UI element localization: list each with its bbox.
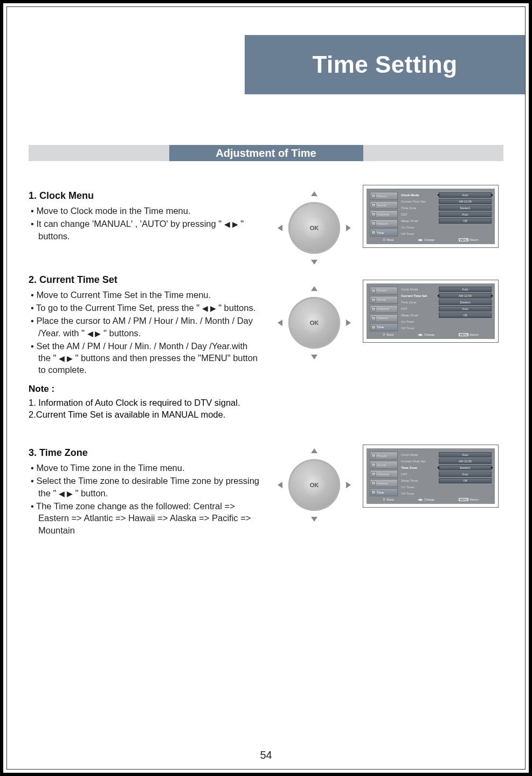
left-right-arrows-icon: ◀ ▶ [224,220,238,228]
osd-row-on-timer: On Timer [400,224,492,230]
osd-row-sleep-timer: Sleep TimerOff [400,313,492,318]
bullet: Set the AM / PM / Hour / Min. / Month / … [29,340,260,376]
heading-current-time: 2. Current Time Set [29,274,260,286]
content-area: 1. Clock Menu Move to Clock mode in the … [29,190,503,558]
osd-row-dst: DSTAuto [400,306,492,312]
osd-row-clock-mode: Clock ModeAuto [400,192,492,198]
osd-side-channel: Channel [370,305,398,313]
osd-foot-change: ◀▶ Change [418,238,434,241]
up-arrow-icon [311,448,317,453]
section-time-zone: 3. Time Zone Move to Time zone in the Ti… [29,447,503,536]
osd-screenshot-1: Picture Sound Channel Feature Time Clock… [363,185,499,248]
bullet: Move to Current Time Set in the Time men… [29,289,260,301]
osd-side-time: Time [370,228,398,237]
osd-side-sound: Sound [370,461,398,469]
osd-row-current-time: Current Time SetAM 12:00 [400,198,492,204]
left-arrow-icon [278,320,282,326]
osd-side-channel: Channel [370,470,398,478]
osd-row-off-timer: Off Timer [400,231,492,237]
osd-row-off-timer: Off Timer [400,325,492,331]
osd-side-picture: Picture [370,287,398,295]
down-arrow-icon [311,355,317,359]
bullets-time-zone: Move to Time zone in the Time menu. Sele… [29,462,260,536]
osd-foot-return: MENU Return [459,238,479,241]
heading-time-zone: 3. Time Zone [29,447,260,459]
note-heading: Note : [29,384,260,394]
down-arrow-icon [311,517,317,522]
osd-row-on-timer: On Timer [400,319,492,325]
osd-footer: ⇕ Move ◀▶ Change MENU Return [370,496,492,502]
left-right-arrows-icon: ◀ ▶ [87,329,101,338]
osd-side-feature: Feature [370,219,398,227]
osd-screenshot-3: Picture Sound Channel Feature Time Clock… [363,445,499,508]
left-arrow-icon [278,225,282,231]
page-title: Time Setting [312,51,457,78]
down-arrow-icon [311,260,317,265]
section-clock-menu: 1. Clock Menu Move to Clock mode in the … [29,190,503,242]
osd-row-off-timer: Off Timer [400,490,492,496]
heading-clock-menu: 1. Clock Menu [29,190,260,202]
page-number: 54 [7,749,525,761]
dpad-illustration: OK [277,285,352,361]
osd-row-current-time: Current Time SetAM 12:00 [400,293,492,299]
dpad-illustration: OK [277,447,352,523]
osd-row-dst: DSTAuto [400,471,492,477]
bullet: To go to the Current Time Set, press the… [29,302,260,314]
osd-row-clock-mode: Clock ModeAuto [400,287,492,293]
osd-row-time-zone: Time ZoneEastern [400,300,492,306]
ok-button-illustration: OK [303,474,325,496]
osd-row-clock-mode: Clock ModeAuto [400,452,492,458]
right-arrow-icon [346,482,351,488]
left-right-arrows-icon: ◀ ▶ [202,304,216,313]
osd-row-current-time: Current Time SetAM 12:00 [400,458,492,464]
subtitle: Adjustment of Time [169,145,363,161]
osd-row-time-zone: Time ZoneEastern [400,465,492,470]
osd-row-sleep-timer: Sleep TimerOff [400,218,492,224]
left-right-arrows-icon: ◀ ▶ [59,489,73,498]
note-line: 1. Information of Auto Clock is required… [29,397,260,408]
osd-side-time: Time [370,323,398,331]
osd-side-sound: Sound [370,201,398,209]
osd-side-time: Time [370,488,398,496]
left-arrow-icon [278,482,282,488]
osd-side-sound: Sound [370,296,398,304]
osd-foot-move: ⇕ Move [383,238,393,241]
osd-side-feature: Feature [370,314,398,322]
bullet: Place the cursor to AM / PM / Hour / Min… [29,315,260,339]
bullet: Select the Time zone to desirable Time z… [29,475,260,499]
bullets-clock-menu: Move to Clock mode in the Time menu. It … [29,205,260,242]
osd-footer: ⇕ Move ◀▶ Change MENU Return [370,331,492,337]
osd-row-time-zone: Time ZoneEastern [400,205,492,211]
page-title-block: Time Setting [245,35,525,94]
osd-row-sleep-timer: Sleep TimerOff [400,477,492,483]
left-right-arrows-icon: ◀ ▶ [59,354,73,363]
note-line: 2.Current Time Set is available in MANUA… [29,408,260,420]
dpad-illustration: OK [277,190,352,266]
osd-side-channel: Channel [370,210,398,218]
bullets-current-time: Move to Current Time Set in the Time men… [29,289,260,376]
osd-footer: ⇕ Move ◀▶ Change MENU Return [370,237,492,242]
page: Time Setting Adjustment of Time 1. Clock… [6,6,526,770]
bullet: It can change 'MANUAL' , 'AUTO' by press… [29,218,260,242]
ok-button-illustration: OK [303,217,325,239]
up-arrow-icon [311,191,317,196]
osd-side-picture: Picture [370,192,398,200]
right-arrow-icon [346,320,351,326]
osd-row-on-timer: On Timer [400,484,492,490]
ok-button-illustration: OK [303,312,325,334]
right-arrow-icon [346,225,351,231]
bullet: The Time zone change as the followed: Ce… [29,500,260,536]
osd-side-feature: Feature [370,479,398,487]
bullet: Move to Time zone in the Time menu. [29,462,260,474]
section-current-time-set: 2. Current Time Set Move to Current Time… [29,274,503,420]
bullet: Move to Clock mode in the Time menu. [29,205,260,217]
osd-screenshot-2: Picture Sound Channel Feature Time Clock… [363,280,499,343]
osd-side-picture: Picture [370,452,398,460]
osd-row-dst: DSTAuto [400,211,492,217]
up-arrow-icon [311,286,317,291]
